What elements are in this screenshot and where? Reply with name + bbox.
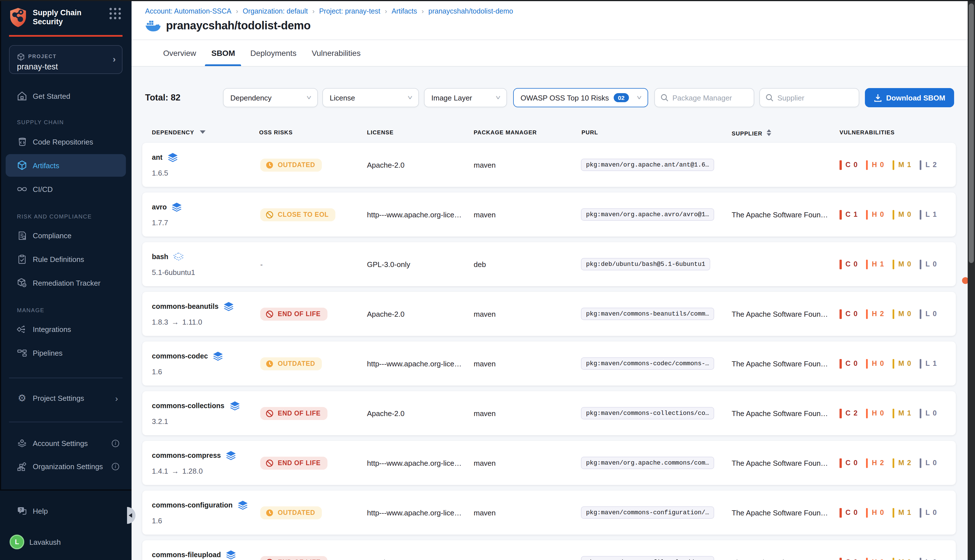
breadcrumb-account[interactable]: Account: Automation-SSCA [145,7,232,15]
avatar-initial: L [15,538,19,546]
sidebar-item-account-settings[interactable]: Account Settings i [6,435,126,452]
purl-chip[interactable]: pkg:maven/org.apache.avro/avro@1… [581,208,714,221]
purl-cell: pkg:maven/commons-fileupload/com… [581,540,727,560]
search-icon [765,94,773,102]
table-row[interactable]: bash 5.1-6ubuntu1 - GPL-3.0-only deb pkg… [142,242,956,286]
table-row[interactable]: avro 1.7.7 CLOSE TO EOL http---www.apach… [142,192,956,237]
column-supplier[interactable]: SUPPLIER [732,129,772,137]
breadcrumb-current[interactable]: pranaycshah/todolist-demo [428,7,513,15]
section-supply-chain: SUPPLY CHAIN [17,119,64,125]
supplier-search[interactable]: Supplier [759,88,859,107]
supplier-cell: The Apache Software Foun… [732,490,835,535]
vuln-count-critical: C0 [840,557,858,560]
vulnerabilities-cell: C2H0M1L0 [840,391,945,435]
table-row[interactable]: commons-compress 1.4.1→1.28.0 END OF LIF… [142,441,956,485]
main-area: Account: Automation-SSCA› Organization: … [132,0,975,560]
dependency-name: avro [152,203,182,212]
apps-grid-icon[interactable] [108,6,123,21]
tab-vulnerabilities[interactable]: Vulnerabilities [305,40,367,66]
search-icon [660,94,668,102]
section-risk-compliance: RISK AND COMPLIANCE [17,213,92,219]
purl-chip[interactable]: pkg:maven/commons-fileupload/com… [581,556,714,560]
pipelines-icon [17,348,27,358]
chevron-down-icon: ˅ [306,94,312,101]
shield-logo-icon [9,7,27,28]
info-icon[interactable]: i [112,440,119,447]
vulnerabilities-cell: C1H0M0L1 [840,192,945,237]
info-icon[interactable]: i [112,463,119,470]
table-row[interactable]: commons-beanutils 1.8.3→1.11.0 END OF LI… [142,292,956,336]
scrollbar-track[interactable] [967,0,975,560]
sidebar-item-rule-definitions[interactable]: Rule Definitions [6,251,126,268]
breadcrumb-project[interactable]: Project: pranay-test [319,7,380,15]
vuln-count-medium: M1 [892,408,911,418]
dependency-filter-dropdown[interactable]: Dependency˅ [223,88,318,107]
table-row[interactable]: commons-configuration 1.6 OUTDATED http-… [142,490,956,535]
tab-sbom[interactable]: SBOM [205,40,242,66]
sidebar-item-remediation-tracker[interactable]: Remediation Tracker [6,274,126,291]
license-filter-dropdown[interactable]: License˅ [322,88,419,107]
sidebar-item-artifacts[interactable]: Artifacts [6,154,126,177]
home-icon [17,91,27,101]
table-row[interactable]: commons-collections 3.2.1 END OF LIFE Ap… [142,391,956,435]
dependency-name: commons-configuration [152,501,248,510]
purl-chip[interactable]: pkg:maven/commons-beanutils/comm… [581,308,714,320]
breadcrumb-artifacts[interactable]: Artifacts [392,7,417,15]
sidebar-item-code-repositories[interactable]: Code Repositories [6,133,126,150]
sidebar-item-cicd[interactable]: CI/CD [6,181,126,198]
download-sbom-button[interactable]: Download SBOM [865,88,954,107]
sidebar-item-user[interactable]: Lavakush [20,533,140,550]
purl-chip[interactable]: pkg:maven/commons-codec/commons-… [581,357,714,370]
dependency-cell: avro 1.7.7 [152,192,256,237]
chevron-down-icon: ˅ [495,94,500,101]
sidebar-item-help[interactable]: ? Help [6,502,126,519]
table-row[interactable]: commons-fileupload 1.2.1 END OF LIFE Apa… [142,540,956,560]
image-layer-filter-dropdown[interactable]: Image Layer˅ [424,88,507,107]
sidebar-item-label: Help [33,507,48,515]
app-logo[interactable]: Supply Chain Security [9,6,123,29]
dependency-name: bash [152,252,183,262]
sidebar-item-project-settings[interactable]: ⚙ Project Settings › [6,390,126,407]
purl-chip[interactable]: pkg:maven/org.apache.commons/com… [581,457,714,469]
table-row[interactable]: ant 1.6.5 OUTDATED Apache-2.0 maven pkg:… [142,143,956,187]
download-icon [874,93,882,102]
breadcrumb-separator: › [422,7,424,15]
vuln-count-low: L1 [919,359,937,368]
oss-risk-badge: END OF LIFE [260,556,327,560]
purl-chip[interactable]: pkg:maven/commons-collections/co… [581,407,714,420]
sidebar-item-compliance[interactable]: Compliance [6,227,126,244]
vuln-count-medium: M2 [892,458,911,468]
total-count: Total: 82 [145,93,180,103]
table-row[interactable]: commons-codec 1.6 OUTDATED http---www.ap… [142,342,956,385]
breadcrumb-organization[interactable]: Organization: default [243,7,308,15]
scrollbar-thumb[interactable] [968,3,974,263]
sidebar-item-pipelines[interactable]: Pipelines [6,344,126,361]
purl-chip[interactable]: pkg:maven/org.apache.ant/ant@1.6… [581,158,714,171]
column-oss-risks: OSS RISKS [259,129,293,135]
vuln-count-medium: M0 [892,359,911,368]
sidebar-item-integrations[interactable]: Integrations [6,321,126,338]
vuln-count-high: H0 [866,210,884,219]
package-manager-cell: maven [474,391,575,435]
project-selector[interactable]: PROJECT pranay-test › [9,45,123,74]
purl-chip[interactable]: pkg:maven/commons-configuration/… [581,507,714,519]
code-repo-icon [17,137,27,147]
purl-chip[interactable]: pkg:deb/ubuntu/bash@5.1-6ubuntu1 [581,258,710,270]
project-cube-icon [17,53,25,61]
supplier-cell: The Apache Software Foun… [732,540,835,560]
license-cell: http---www.apache.org-lice… [367,342,468,385]
owasp-count-badge: 02 [613,93,629,102]
purl-cell: pkg:maven/org.apache.commons/com… [581,441,727,485]
organization-icon [17,461,27,472]
tab-overview[interactable]: Overview [157,40,202,66]
layers-icon [213,352,223,361]
package-manager-search[interactable]: Package Manager [654,88,754,107]
sidebar-item-organization-settings[interactable]: Organization Settings i [6,458,126,475]
divider [9,422,123,422]
vuln-count-critical: C0 [840,309,858,319]
owasp-filter-dropdown[interactable]: OWASP OSS Top 10 Risks02˅ [513,88,648,107]
window-top-edge [0,0,975,1]
column-dependency[interactable]: DEPENDENCY [152,129,205,135]
sidebar-item-get-started[interactable]: Get Started [6,88,126,105]
tab-deployments[interactable]: Deployments [244,40,303,66]
